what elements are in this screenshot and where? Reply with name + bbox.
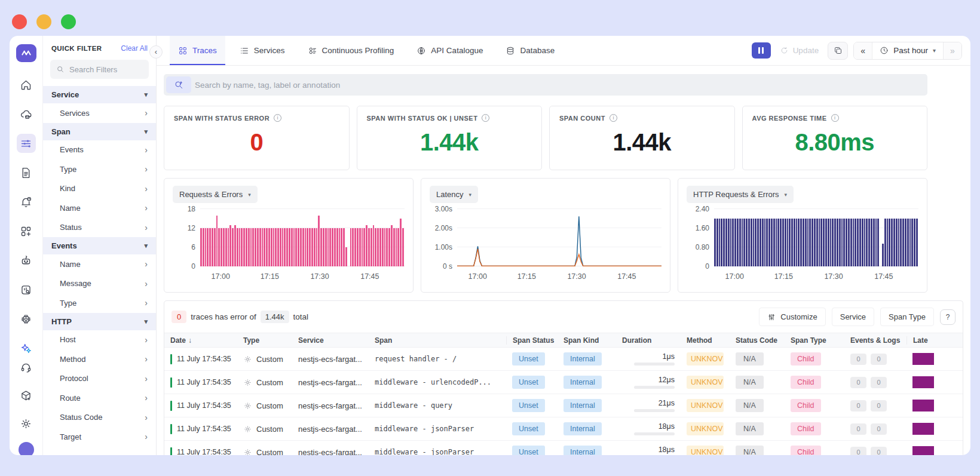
ai-sparkle-icon[interactable]	[17, 339, 36, 358]
y-axis: 0 s1.00s2.00s3.00s	[430, 209, 457, 266]
customize-button[interactable]: Customize	[759, 308, 825, 326]
database-icon	[506, 46, 515, 56]
span-type-filter-button[interactable]: Span Type	[880, 308, 934, 326]
filter-item[interactable]: Method ›	[43, 349, 156, 369]
filter-item[interactable]: Type ›	[43, 159, 156, 179]
column-header[interactable]: Late	[906, 336, 964, 345]
chevron-down-icon: ▾	[144, 91, 148, 99]
logs-count-badge: 0	[871, 377, 887, 388]
update-label: Update	[793, 46, 819, 55]
trace-search-bar[interactable]	[164, 74, 927, 96]
column-header[interactable]: Span Kind	[558, 336, 616, 345]
pause-button[interactable]	[752, 42, 771, 59]
filter-category[interactable]: Span ▾	[43, 123, 156, 140]
status-code-badge: N/A	[736, 446, 764, 455]
chevron-down-icon: ▾	[144, 128, 148, 136]
tab-traces[interactable]: Traces	[170, 36, 225, 65]
filter-item[interactable]: Name ›	[43, 254, 156, 274]
duration-bar	[634, 363, 675, 366]
exceptions-icon[interactable]	[17, 280, 36, 299]
support-headset-icon[interactable]	[17, 358, 36, 377]
filter-item[interactable]: Target ›	[43, 427, 156, 447]
help-button[interactable]: ?	[940, 309, 956, 325]
column-header[interactable]: Type	[237, 336, 292, 345]
service-filter-button[interactable]: Service	[832, 308, 874, 326]
minimize-window-button[interactable]	[36, 14, 51, 29]
time-shift-forward-button[interactable]: »	[944, 42, 961, 59]
clear-all-filters-link[interactable]: Clear All	[121, 44, 148, 53]
trace-span-cell: request handler - /	[369, 355, 506, 363]
tab-services[interactable]: Services	[231, 36, 293, 65]
column-header[interactable]: Span Type	[785, 336, 844, 345]
filter-item[interactable]: Message ›	[43, 274, 156, 294]
collapse-filters-button[interactable]: ‹	[149, 45, 163, 59]
chart-metric-dropdown[interactable]: Latency▾	[430, 186, 478, 203]
filter-item[interactable]: Protocol ›	[43, 369, 156, 389]
filter-item[interactable]: Status Code ›	[43, 408, 156, 428]
maximize-window-button[interactable]	[61, 14, 76, 29]
cloud-services-icon[interactable]	[17, 105, 36, 124]
chart-metric-dropdown[interactable]: Requests & Errors▾	[173, 186, 258, 203]
update-button[interactable]: Update	[776, 46, 823, 55]
filter-item-label: Events	[60, 145, 84, 154]
latency-cell	[906, 423, 964, 435]
filter-category[interactable]: Events ▾	[43, 237, 156, 254]
infrastructure-chip-icon[interactable]	[17, 309, 36, 328]
table-row[interactable]: 11 July 17:54:35 Custom nestjs-ecs-farga…	[164, 417, 963, 441]
column-header[interactable]: Service	[292, 336, 369, 345]
column-header[interactable]: Method	[681, 336, 730, 345]
filter-item[interactable]: Services ›	[43, 103, 156, 123]
info-icon[interactable]: i	[610, 114, 617, 122]
info-icon[interactable]: i	[831, 114, 839, 122]
method-badge: UNKNOV	[687, 376, 724, 389]
filter-item[interactable]: Type ›	[43, 293, 156, 313]
alerts-bell-icon[interactable]	[17, 192, 36, 211]
tab-api-catalogue[interactable]: API Catalogue	[408, 36, 491, 65]
status-code-badge: N/A	[736, 399, 764, 412]
table-row[interactable]: 11 July 17:54:35 Custom nestjs-ecs-farga…	[164, 394, 963, 417]
logs-icon[interactable]	[17, 163, 36, 182]
trace-search-input[interactable]	[195, 81, 927, 90]
filter-item[interactable]: Route ›	[43, 388, 156, 408]
latency-cell	[906, 376, 964, 388]
filter-item[interactable]: Host ›	[43, 330, 156, 350]
method-cell: UNKNOV	[681, 446, 730, 455]
tab-database[interactable]: Database	[497, 36, 563, 65]
app-logo[interactable]	[16, 44, 36, 62]
time-range-dropdown[interactable]: Past hour ▾	[872, 42, 944, 59]
table-row[interactable]: 11 July 17:54:35 Custom nestjs-ecs-farga…	[164, 441, 963, 455]
filter-item[interactable]: Status ›	[43, 218, 156, 238]
filter-category[interactable]: Service ▾	[43, 86, 156, 103]
filter-item[interactable]: Kind ›	[43, 179, 156, 199]
tab-continuous-profiling[interactable]: Continuous Profiling	[299, 36, 403, 65]
table-row[interactable]: 11 July 17:54:35 Custom nestjs-ecs-farga…	[164, 348, 963, 371]
filter-item[interactable]: Events ›	[43, 140, 156, 160]
column-header[interactable]: Span Status	[506, 336, 558, 345]
tab-label: Traces	[192, 46, 217, 55]
filter-item[interactable]: Name ›	[43, 198, 156, 218]
column-header[interactable]: Events & Logs	[844, 336, 906, 345]
column-header[interactable]: Status Code	[730, 336, 785, 345]
table-body: 11 July 17:54:35 Custom nestjs-ecs-farga…	[164, 348, 963, 455]
column-header[interactable]: Date↓	[164, 336, 237, 345]
column-header[interactable]: Span	[369, 336, 506, 345]
dashboards-icon[interactable]	[17, 222, 36, 241]
info-icon[interactable]: i	[482, 114, 489, 122]
filter-category[interactable]: HTTP ▾	[43, 313, 156, 330]
time-shift-back-button[interactable]: «	[854, 42, 872, 59]
filter-search[interactable]	[50, 60, 149, 79]
settings-gear-icon[interactable]	[17, 414, 36, 433]
integrations-package-icon[interactable]	[17, 386, 36, 405]
filter-search-input[interactable]	[69, 65, 135, 74]
avatar[interactable]	[19, 442, 34, 455]
traces-icon[interactable]	[17, 134, 36, 153]
info-icon[interactable]: i	[274, 114, 281, 122]
bot-icon[interactable]	[17, 251, 36, 270]
copy-button[interactable]	[828, 42, 848, 60]
home-icon[interactable]	[17, 75, 36, 94]
column-header[interactable]: Duration	[616, 336, 681, 345]
table-row[interactable]: 11 July 17:54:35 Custom nestjs-ecs-farga…	[164, 371, 963, 394]
chart-metric-dropdown[interactable]: HTTP Requests & Errors▾	[687, 186, 794, 203]
method-badge: UNKNOV	[687, 352, 724, 366]
close-window-button[interactable]	[12, 14, 27, 29]
